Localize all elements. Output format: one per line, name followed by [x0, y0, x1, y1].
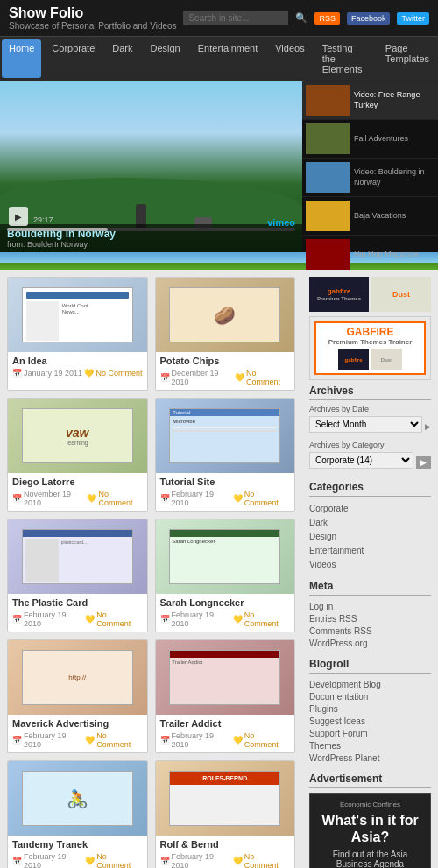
blogroll-themes[interactable]: Themes [309, 741, 341, 751]
post-date: 📅February 19 2010 [160, 731, 233, 749]
post-card[interactable]: Trailer Addict Trailer Addict 📅February … [155, 639, 296, 753]
side-video-title: Fall Adventures [354, 134, 408, 145]
post-date: 📅February 19 2010 [160, 852, 233, 868]
blogroll-plugins[interactable]: Plugins [309, 704, 338, 714]
main-nav: Home Corporate Dark Design Entertainment… [0, 36, 438, 81]
post-date: 📅February 19 2010 [160, 610, 233, 628]
post-title[interactable]: Tutorial Site [160, 476, 291, 487]
post-thumbnail: plastic card... [8, 519, 147, 594]
post-title[interactable]: Trailer Addict [160, 718, 291, 729]
post-info: Tutorial Site 📅February 19 2010 💛 No Com… [156, 473, 295, 511]
blogroll-suggest[interactable]: Suggest Ideas [309, 716, 365, 726]
post-thumbnail: Trailer Addict [156, 640, 295, 715]
play-button[interactable]: ▶ [9, 207, 28, 226]
main-video-player[interactable]: Bouldering in Norway from: BoulderInNorw… [0, 81, 302, 252]
post-meta: 📅February 19 2010 💛 No Comment [160, 852, 291, 868]
post-card[interactable]: 🥔 Potato Chips 📅December 19 2010 💛 No Co… [155, 277, 296, 391]
category-list: Corporate Dark Design Entertainment Vide… [309, 501, 431, 571]
rss-button[interactable]: RSS [314, 12, 340, 25]
side-video-title: Baja Vacations [354, 211, 406, 222]
category-link[interactable]: Dark [309, 518, 328, 527]
post-card[interactable]: plastic card... The Plastic Card 📅Februa… [7, 519, 148, 632]
post-comments: 💛 No Comment [233, 852, 290, 868]
blogroll-section: Blogroll Development Blog Documentation … [309, 658, 431, 764]
post-card[interactable]: http:// Maverick Advertising 📅February 1… [7, 639, 148, 753]
nav-design[interactable]: Design [142, 37, 189, 81]
progress-bar[interactable] [7, 228, 295, 231]
post-title[interactable]: Maverick Advertising [12, 718, 143, 729]
post-info: Maverick Advertising 📅February 19 2010 💛… [8, 715, 147, 752]
advertisement-banner[interactable]: Economic Confines What's in it for Asia?… [309, 793, 431, 868]
post-title[interactable]: Potato Chips [160, 356, 291, 366]
meta-wordpress[interactable]: WordPress.org [309, 639, 368, 648]
meta-entries-rss[interactable]: Entries RSS [309, 614, 357, 624]
nav-testing[interactable]: Testing the Elements [314, 37, 377, 81]
archives-section: Archives Archives by Date Select Month ▶… [309, 385, 431, 472]
meta-login[interactable]: Log in [309, 602, 333, 611]
post-thumbnail: vaw learning [8, 399, 147, 473]
nav-page-templates[interactable]: Page Templates [377, 37, 438, 81]
post-card[interactable]: vaw learning Diego Latorre 📅November 19 … [7, 398, 148, 512]
blogroll-wp-planet[interactable]: WordPress Planet [309, 753, 379, 763]
post-card[interactable]: World ConfNews... An Idea 📅January 19 20… [7, 277, 148, 391]
blogroll-dev[interactable]: Development Blog [309, 680, 381, 689]
post-date: 📅February 19 2010 [160, 490, 233, 507]
ad-headline: What's in it for Asia? [317, 812, 423, 845]
post-comments: 💛 No Comment [84, 369, 142, 378]
twitter-button[interactable]: Twitter [397, 12, 429, 25]
post-title[interactable]: Diego Latorre [12, 476, 143, 487]
post-date: 📅January 19 2011 [12, 369, 82, 378]
meta-title: Meta [309, 580, 431, 596]
sidebar-video-list: Video: Free Range Turkey Fall Adventures… [302, 81, 438, 252]
side-video-item[interactable]: Baja Vacations [302, 197, 438, 236]
gabfire2-label: GABFIRE [319, 326, 421, 338]
blogroll-list: Development Blog Documentation Plugins S… [309, 678, 431, 764]
posts-area: World ConfNews... An Idea 📅January 19 20… [0, 270, 302, 868]
post-info: An Idea 📅January 19 2011 💛 No Comment [8, 352, 147, 381]
post-comments: 💛 No Comment [85, 610, 142, 628]
archives-go-button[interactable]: ▶ [416, 456, 431, 469]
nav-corporate[interactable]: Corporate [43, 37, 103, 81]
post-title[interactable]: Tandemy Tranek [12, 839, 143, 850]
archives-date-select[interactable]: Select Month [309, 416, 422, 433]
site-subtitle: Showcase of Personal Portfolio and Video… [9, 21, 177, 31]
blogroll-docs[interactable]: Documentation [309, 692, 368, 702]
posts-grid: World ConfNews... An Idea 📅January 19 20… [7, 277, 295, 868]
category-link[interactable]: Corporate [309, 504, 348, 513]
nav-entertainment[interactable]: Entertainment [189, 37, 266, 81]
archives-category-select[interactable]: Corporate (14) [309, 452, 413, 469]
post-title[interactable]: An Idea [12, 356, 143, 366]
post-meta: 📅February 19 2010 💛 No Comment [12, 852, 143, 868]
post-card[interactable]: Sarah Longnecker Sarah Longnecker 📅Febru… [155, 519, 296, 632]
blogroll-support[interactable]: Support Forum [309, 729, 368, 738]
post-card[interactable]: ROLFS-BERND Rolf & Bernd 📅February 19 20… [155, 760, 296, 868]
nav-dark[interactable]: Dark [103, 37, 141, 81]
search-icon[interactable]: 🔍 [295, 12, 307, 24]
side-video-item[interactable]: Video: Free Range Turkey [302, 81, 438, 120]
post-title[interactable]: Rolf & Bernd [160, 839, 291, 850]
side-video-item[interactable]: Hip Hop Magazine [302, 236, 438, 274]
category-link[interactable]: Entertainment [309, 546, 364, 555]
meta-comments-rss[interactable]: Comments RSS [309, 626, 372, 636]
post-meta: 📅December 19 2010 💛 No Comment [160, 369, 291, 386]
archives-by-category-label: Archives by Category [309, 441, 431, 449]
site-title: Show Folio [9, 5, 177, 21]
search-input[interactable] [183, 11, 288, 25]
side-video-item[interactable]: Video: Bouldering in Norway [302, 159, 438, 197]
category-link[interactable]: Videos [309, 560, 336, 569]
video-time: 29:17 [33, 215, 53, 224]
post-title[interactable]: Sarah Longnecker [160, 597, 291, 608]
post-comments: 💛 No Comment [235, 369, 290, 386]
facebook-button[interactable]: Facebook [347, 12, 391, 25]
post-card[interactable]: Tutorial Microvibe Tutorial Site [155, 398, 296, 512]
post-title[interactable]: The Plastic Card [12, 597, 143, 608]
post-meta: 📅February 19 2010 💛 No Comment [12, 610, 143, 628]
nav-videos[interactable]: Videos [266, 37, 313, 81]
nav-home[interactable]: Home [2, 39, 41, 78]
category-link[interactable]: Design [309, 532, 336, 541]
category-item: Corporate [309, 501, 431, 515]
post-card[interactable]: 🚴 Tandemy Tranek 📅February 19 2010 💛 No … [7, 760, 148, 868]
post-meta: 📅February 19 2010 💛 No Comment [160, 610, 291, 628]
ad-body: Find out at the Asia Business Agenda [317, 850, 423, 868]
side-video-item[interactable]: Fall Adventures [302, 120, 438, 159]
